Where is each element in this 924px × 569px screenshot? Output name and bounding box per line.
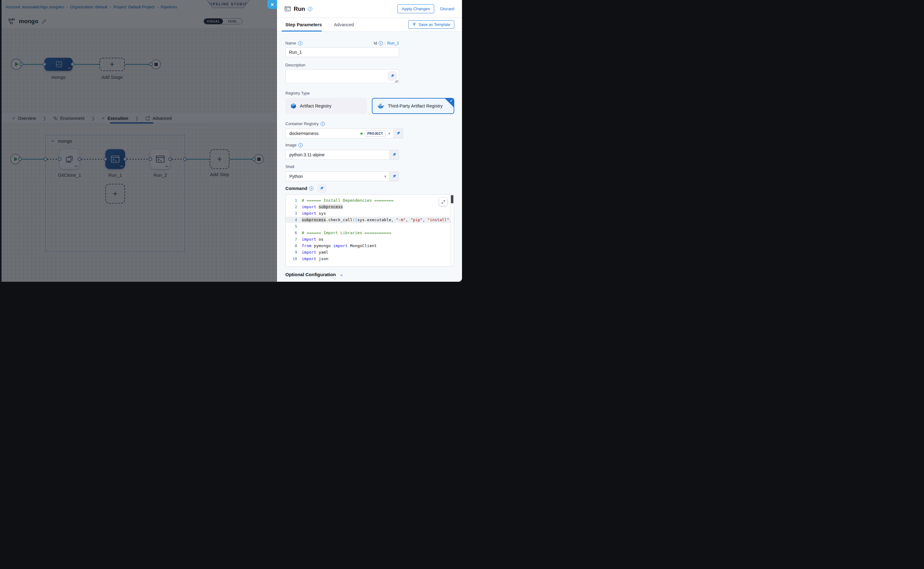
code-line[interactable]: 4subprocess.check_call([sys.executable, …	[286, 216, 454, 223]
chevron-down-icon[interactable]: ▼	[388, 132, 391, 135]
step-parameters-form: Name i Id i : Run_1 Description	[277, 32, 462, 282]
scope-badge: PROJECT	[365, 131, 385, 137]
description-label: Description	[285, 63, 454, 67]
command-editor-lines: 1# ====== Install Dependencies ========2…	[286, 197, 454, 262]
pin-input-button[interactable]	[394, 128, 403, 138]
name-label: Name	[285, 41, 296, 46]
editor-scrollbar[interactable]	[450, 195, 454, 266]
step-config-panel: Run i Apply Changes Discard Step Paramet…	[277, 0, 462, 282]
description-textarea[interactable]	[285, 69, 399, 84]
code-line[interactable]: 9import yaml	[286, 249, 454, 256]
pipeline-editor-pane: Account: kurosakiichigo.songoku › Organi…	[0, 0, 277, 282]
info-icon[interactable]: i	[308, 7, 312, 11]
image-label: Image	[285, 143, 296, 148]
pin-input-button[interactable]	[318, 184, 327, 193]
info-icon[interactable]: i	[378, 41, 383, 46]
upload-icon	[412, 23, 416, 27]
pin-icon	[391, 74, 395, 78]
registry-option-third-party[interactable]: Third-Party Artifact Registry ✓	[372, 98, 454, 114]
run-step-icon	[284, 6, 291, 12]
shell-value: Python	[289, 174, 381, 179]
chevron-down-icon: ⌄	[339, 272, 343, 277]
code-line[interactable]: 2import subprocess	[286, 204, 454, 210]
artifact-registry-label: Artifact Registry	[300, 103, 331, 108]
optional-configuration-toggle[interactable]: Optional Configuration ⌄	[285, 272, 454, 277]
step-id: Id i : Run_1	[374, 41, 399, 46]
selected-check-icon: ✓	[450, 99, 453, 103]
tab-step-parameters[interactable]: Step Parameters	[285, 22, 322, 27]
save-as-template-button[interactable]: Save as Template	[408, 20, 454, 29]
textarea-resize-handle[interactable]	[396, 80, 398, 82]
editor-scrollbar-handle[interactable]	[451, 195, 453, 203]
pin-icon	[396, 131, 401, 135]
fullscreen-icon	[441, 200, 445, 204]
chevron-down-icon[interactable]: ▼	[384, 175, 387, 178]
tab-advanced-panel[interactable]: Advanced	[334, 22, 354, 27]
docker-icon	[377, 103, 384, 109]
panel-title: Run	[294, 6, 305, 12]
registry-option-artifact-registry[interactable]: Artifact Registry	[285, 98, 367, 114]
command-label-row: Command i	[285, 186, 313, 191]
image-field: python:3.11-alpine	[285, 150, 454, 160]
info-icon[interactable]: i	[309, 186, 313, 190]
command-label: Command	[285, 186, 307, 191]
name-label-row: Name i	[285, 41, 302, 46]
pin-input-button[interactable]	[390, 172, 399, 181]
save-as-template-label: Save as Template	[418, 22, 450, 27]
apply-changes-button[interactable]: Apply Changes	[397, 4, 435, 13]
code-line[interactable]: 10import json	[286, 256, 454, 262]
id-value-link[interactable]: Run_1	[387, 41, 399, 46]
optional-configuration-label: Optional Configuration	[285, 272, 336, 277]
container-registry-value: dockerHarness	[289, 131, 358, 136]
pipeline-studio-window: Account: kurosakiichigo.songoku › Organi…	[0, 0, 462, 284]
image-label-row: Image i	[285, 143, 454, 148]
code-line[interactable]: 5	[286, 223, 454, 230]
modal-dim-overlay[interactable]	[0, 0, 277, 282]
code-line[interactable]: 3import sys	[286, 210, 454, 216]
code-line[interactable]: 8from pymongo import MongoClient	[286, 242, 454, 249]
artifact-registry-icon	[290, 103, 296, 109]
info-icon[interactable]: i	[321, 122, 325, 126]
command-code-editor[interactable]: 1# ====== Install Dependencies ========2…	[285, 194, 454, 266]
info-icon[interactable]: i	[298, 143, 302, 148]
shell-select[interactable]: Python ▼	[285, 172, 390, 181]
id-separator: :	[384, 41, 386, 46]
panel-header: Run i Apply Changes Discard	[277, 0, 462, 18]
code-line[interactable]: 7import os	[286, 236, 454, 242]
connector-status-dot	[360, 132, 363, 135]
close-panel-button[interactable]: ✕	[267, 0, 277, 9]
bottom-edge-bar	[0, 282, 462, 284]
expand-editor-button[interactable]	[439, 198, 447, 206]
name-input[interactable]	[285, 47, 399, 57]
pin-input-button[interactable]	[390, 150, 399, 160]
container-registry-field: dockerHarness PROJECT ▼	[285, 128, 454, 138]
code-line[interactable]: 1# ====== Install Dependencies ========	[286, 197, 454, 204]
pin-icon	[320, 186, 324, 190]
container-registry-label-row: Container Registry i	[285, 122, 454, 126]
panel-tab-bar: Step Parameters Advanced Save as Templat…	[277, 18, 462, 32]
registry-type-label: Registry Type	[285, 91, 454, 96]
shell-field: Python ▼	[285, 172, 454, 181]
shell-label: Shell	[285, 164, 454, 169]
image-value: python:3.11-alpine	[289, 152, 387, 157]
discard-button[interactable]: Discard	[440, 6, 454, 11]
pin-icon	[392, 152, 397, 157]
container-registry-label: Container Registry	[285, 122, 319, 126]
pin-icon	[392, 174, 397, 178]
third-party-registry-label: Third-Party Artifact Registry	[388, 103, 442, 108]
id-label: Id	[374, 41, 377, 46]
info-icon[interactable]: i	[298, 41, 302, 46]
image-input[interactable]: python:3.11-alpine	[285, 150, 390, 160]
code-line[interactable]: 6# ====== Import Libraries ===========	[286, 230, 454, 236]
container-registry-select[interactable]: dockerHarness PROJECT ▼	[285, 128, 394, 138]
